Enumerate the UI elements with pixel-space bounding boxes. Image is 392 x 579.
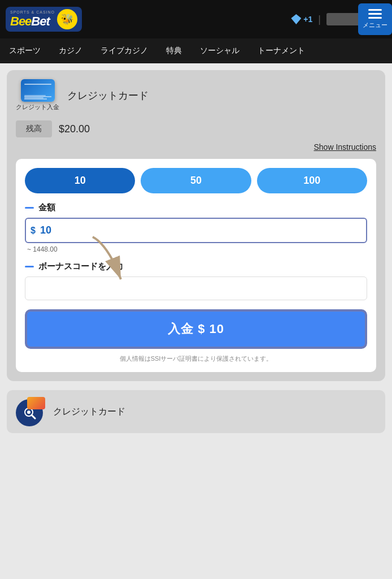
diamond-count: +1 xyxy=(303,15,312,24)
header-right: +1 | メニュー xyxy=(291,9,386,29)
logo-bet: Bet xyxy=(31,14,49,29)
menu-bar-3 xyxy=(368,17,382,19)
logo-area: SPORTS & CASINO Bee Bet 🐝 xyxy=(6,7,82,32)
card-header: クレジット入金 クレジットカード xyxy=(16,79,376,111)
deposit-btn-wrap: 入金 $ 10 xyxy=(25,309,367,349)
logo-brand: Bee Bet xyxy=(10,14,50,29)
bee-mascot: 🐝 xyxy=(57,9,77,29)
card-icon-wrap: クレジット入金 xyxy=(16,79,59,111)
dash-icon-bonus xyxy=(25,266,34,267)
show-instructions-link[interactable]: Show Instructions xyxy=(314,142,377,152)
security-note: 個人情報はSSIサーバ証明書により保護されています。 xyxy=(25,355,367,363)
menu-bar-2 xyxy=(368,13,382,15)
amount-button-50[interactable]: 50 xyxy=(141,168,251,193)
svg-point-3 xyxy=(27,411,31,414)
amount-label-text: 金額 xyxy=(38,202,55,213)
diamond-badge: +1 xyxy=(291,14,312,24)
logo-box: SPORTS & CASINO Bee Bet 🐝 xyxy=(6,7,82,32)
main-content: クレジット入金 クレジットカード 残高 $20.00 Show Instruct… xyxy=(0,63,392,440)
card-stripe-3 xyxy=(24,97,43,98)
bonus-code-input[interactable] xyxy=(25,276,367,300)
nav-item-tokuten[interactable]: 特典 xyxy=(157,38,191,63)
nav-item-casino[interactable]: カジノ xyxy=(50,38,92,63)
navigation: スポーツ カジノ ライブカジノ 特典 ソーシャル トーナメント xyxy=(0,38,392,63)
bonus-label-text: ボーナスコードを入力 xyxy=(38,261,123,272)
logo-tagline: SPORTS & CASINO xyxy=(10,10,55,14)
amount-section-label: 金額 xyxy=(25,202,367,213)
amount-button-10[interactable]: 10 xyxy=(25,168,135,193)
card-stripe-1 xyxy=(24,84,51,85)
menu-bar-1 xyxy=(368,9,382,11)
header-divider: | xyxy=(318,14,321,25)
bonus-section-label: ボーナスコードを入力 xyxy=(25,261,367,272)
credit-card-icon xyxy=(21,79,55,102)
amount-range: ~ 1448.00 xyxy=(25,245,367,253)
bottom-card-title: クレジットカード xyxy=(53,406,125,418)
bottom-icon-stack xyxy=(16,397,45,426)
card-label-small: クレジット入金 xyxy=(16,103,59,111)
amount-input[interactable] xyxy=(40,219,130,242)
header: SPORTS & CASINO Bee Bet 🐝 +1 | xyxy=(0,0,392,38)
balance-amount: $20.00 xyxy=(59,123,90,135)
balance-label-button[interactable]: 残高 xyxy=(16,120,52,137)
menu-label: メニュー xyxy=(363,21,387,29)
logo-small-text: SPORTS & CASINO Bee Bet xyxy=(10,10,55,29)
deposit-card: クレジット入金 クレジットカード 残高 $20.00 Show Instruct… xyxy=(7,70,385,381)
menu-button[interactable]: メニュー xyxy=(358,3,392,35)
dash-icon-amount xyxy=(25,207,34,209)
diamond-icon xyxy=(291,14,301,24)
card-stripe-2 xyxy=(24,95,46,96)
amount-buttons: 10 50 100 xyxy=(25,168,367,193)
currency-symbol: $ xyxy=(26,226,40,236)
amount-button-100[interactable]: 100 xyxy=(257,168,367,193)
balance-blur xyxy=(326,13,360,25)
deposit-button[interactable]: 入金 $ 10 xyxy=(25,309,367,349)
card-title: クレジットカード xyxy=(67,89,149,102)
nav-item-tournament[interactable]: トーナメント xyxy=(249,38,314,63)
amount-input-wrap: $ xyxy=(25,218,367,243)
mini-card-icon xyxy=(27,397,45,409)
svg-line-4 xyxy=(32,415,35,418)
nav-item-sports[interactable]: スポーツ xyxy=(0,38,50,63)
show-instructions-wrap: Show Instructions xyxy=(16,142,376,152)
deposit-form: 10 50 100 金額 $ ~ 1448.00 ボーナスコードを入力 xyxy=(16,159,376,372)
balance-row: 残高 $20.00 xyxy=(16,120,376,137)
arrow-wrap xyxy=(25,276,367,300)
bottom-card-item[interactable]: クレジットカード xyxy=(7,390,385,433)
nav-item-live-casino[interactable]: ライブカジノ xyxy=(92,38,157,63)
nav-item-social[interactable]: ソーシャル xyxy=(191,38,249,63)
logo-bee: Bee xyxy=(10,14,31,29)
